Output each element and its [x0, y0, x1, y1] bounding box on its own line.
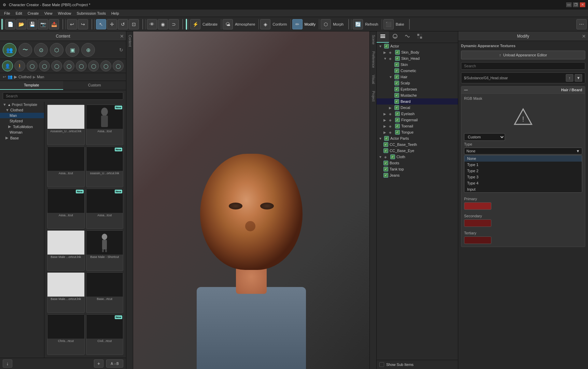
show-sub-check[interactable] — [379, 362, 384, 367]
content-sub-icon-10[interactable]: ◯ — [113, 60, 124, 71]
toolbar-more[interactable]: ⋯ — [576, 19, 587, 29]
content-item-12[interactable]: New Civil...rtcut — [86, 314, 124, 355]
stree-check-eyebrows[interactable] — [394, 87, 399, 92]
ae-section-collapse[interactable]: — — [464, 88, 468, 92]
toolbar-undo[interactable]: ↩ — [67, 19, 77, 29]
stree-check-toenail[interactable] — [395, 124, 400, 128]
stree-check-eyelash[interactable] — [395, 111, 400, 116]
stree-check-decal[interactable] — [394, 105, 399, 110]
toolbar-cam2[interactable]: ⊃ — [169, 19, 179, 29]
ae-type-select-header[interactable]: None ▼ — [464, 148, 582, 154]
maximize-btn[interactable]: ❐ — [573, 2, 578, 7]
content-item-3[interactable]: Assa...tcut — [47, 147, 85, 187]
stree-check-scalp[interactable] — [394, 81, 399, 85]
modify-tab-params[interactable] — [377, 31, 389, 43]
stree-check-actor[interactable] — [384, 44, 389, 49]
close-btn[interactable]: ✕ — [580, 2, 585, 7]
bottom-convert-btn[interactable]: A→B — [106, 359, 123, 368]
ae-path-export[interactable]: ↑ — [566, 74, 573, 82]
stree-check-skin-head[interactable] — [395, 56, 400, 61]
tab-custom[interactable]: Custom — [63, 81, 126, 90]
content-sub-icon-5[interactable]: ◯ — [51, 60, 62, 71]
unload-appearance-btn[interactable]: ↑ Unload Appearance Editor — [461, 51, 585, 59]
ae-type-option-type2[interactable]: Type 2 — [464, 168, 582, 174]
toolbar-rotate[interactable]: ↺ — [118, 19, 128, 29]
toolbar-cam1[interactable]: ◉ — [158, 19, 168, 29]
modify-tab-morph[interactable] — [401, 31, 414, 43]
nav-man[interactable]: Man — [37, 75, 44, 79]
stree-decal[interactable]: ▶ Decal — [377, 105, 458, 111]
tree-project-template[interactable]: ▼ ▲ Project Template — [0, 102, 44, 107]
toolbar-conform-label[interactable]: Conform — [271, 22, 288, 26]
stree-toenail[interactable]: ▶ ◈ Toenail — [377, 123, 458, 129]
stree-tongue[interactable]: ▶ ◈ Tongue — [377, 129, 458, 135]
stree-teeth[interactable]: CC_Base_Teeth — [377, 141, 458, 148]
stree-eye[interactable]: CC_Base_Eye — [377, 148, 458, 154]
nav-people[interactable]: 👥 — [8, 74, 13, 79]
stree-cloth[interactable]: ▼ ◈ Cloth — [377, 154, 458, 160]
ae-type-option-type1[interactable]: Type 1 — [464, 162, 582, 168]
ae-type-option-none[interactable]: None — [464, 155, 582, 162]
menu-edit[interactable]: Edit — [13, 11, 25, 16]
toolbar-select[interactable]: ↖ — [96, 19, 106, 29]
content-icon-hair[interactable]: 〜 — [18, 43, 32, 57]
menu-help[interactable]: Help — [109, 11, 122, 16]
nav-right[interactable]: ▶ — [14, 74, 17, 79]
content-sub-icon-2[interactable]: 🚶 — [14, 60, 25, 71]
stree-actor[interactable]: ▼ Actor — [377, 43, 458, 49]
content-icon-acc[interactable]: ⊕ — [81, 43, 95, 57]
content-icon-face[interactable]: ⊙ — [34, 43, 48, 57]
content-close-btn[interactable]: ✕ — [120, 33, 124, 39]
stree-check-teeth[interactable] — [383, 142, 388, 147]
modify-panel-close[interactable]: ✕ — [582, 33, 586, 39]
stree-check-tongue[interactable] — [395, 130, 400, 135]
content-item-4[interactable]: New ssassin_U...ortcut.lnk — [86, 147, 124, 187]
stree-skin-head[interactable]: ▼ ◈ Skin_Head — [377, 55, 458, 62]
stree-scalp[interactable]: Scalp — [377, 80, 458, 86]
toolbar-eye[interactable]: 👁 — [147, 19, 157, 29]
toolbar-bake-label[interactable]: Bake — [394, 22, 406, 26]
bottom-add-btn[interactable]: + — [94, 359, 103, 368]
stree-check-hair[interactable] — [394, 74, 399, 79]
stree-actor-parts[interactable]: ▼ Actor Parts — [377, 135, 458, 141]
side-tab-preference[interactable]: Preference — [370, 48, 376, 71]
stree-check-fingernail[interactable] — [395, 118, 400, 122]
menu-file[interactable]: File — [1, 11, 13, 16]
toolbar-new[interactable]: 📄 — [5, 19, 15, 29]
content-icon-characters[interactable]: 👥 — [3, 43, 16, 57]
menu-window[interactable]: Window — [55, 11, 74, 16]
stree-check-jeans[interactable] — [383, 173, 388, 178]
ae-type-option-input[interactable]: Input — [464, 186, 582, 192]
toolbar-screenshot[interactable]: 📷 — [38, 19, 48, 29]
stree-check-skin[interactable] — [394, 62, 399, 67]
content-sub-icon-9[interactable]: ◯ — [100, 60, 111, 71]
nav-back[interactable]: ↩ — [3, 74, 6, 79]
content-sub-icon-6[interactable]: ◯ — [64, 60, 74, 71]
modify-tab-checker[interactable] — [414, 31, 426, 43]
stree-eyelash[interactable]: ▶ ◈ Eyelash — [377, 111, 458, 117]
ae-secondary-color-btn[interactable] — [464, 219, 491, 227]
ae-primary-color-btn[interactable] — [464, 202, 491, 210]
stree-mustache[interactable]: Mustache — [377, 92, 458, 98]
content-refresh-btn[interactable]: ↻ — [119, 47, 123, 53]
stree-check-tanktop[interactable] — [383, 167, 388, 172]
tree-stylized[interactable]: Stylized — [0, 118, 44, 124]
content-search-input[interactable] — [3, 92, 123, 100]
toolbar-scale[interactable]: ⊡ — [129, 19, 139, 29]
stree-check-cloth[interactable] — [390, 154, 395, 159]
menu-create[interactable]: Create — [25, 11, 42, 16]
stree-jeans[interactable]: Jeans — [377, 172, 458, 178]
tree-toko[interactable]: ▶ ToKoMotion — [0, 124, 44, 129]
modify-tab-expr[interactable] — [389, 31, 401, 43]
ae-path-dropdown[interactable]: ▼ — [575, 74, 582, 82]
side-tab-content[interactable]: Content — [126, 31, 133, 50]
toolbar-refresh-label[interactable]: Refresh — [364, 22, 380, 26]
minimize-btn[interactable]: — — [566, 2, 572, 7]
content-item-1[interactable]: Assassin_U...ortcut.lnk — [47, 105, 85, 145]
content-item-8[interactable]: Base Male - Shortcut — [86, 230, 124, 271]
tree-base[interactable]: ▶ Base — [0, 135, 44, 141]
content-icon-body[interactable]: ⬡ — [50, 43, 64, 57]
content-item-5[interactable]: New Assa...tcut — [47, 189, 85, 229]
content-sub-icon-8[interactable]: ◯ — [88, 60, 99, 71]
stree-check-actor-parts[interactable] — [384, 136, 389, 141]
